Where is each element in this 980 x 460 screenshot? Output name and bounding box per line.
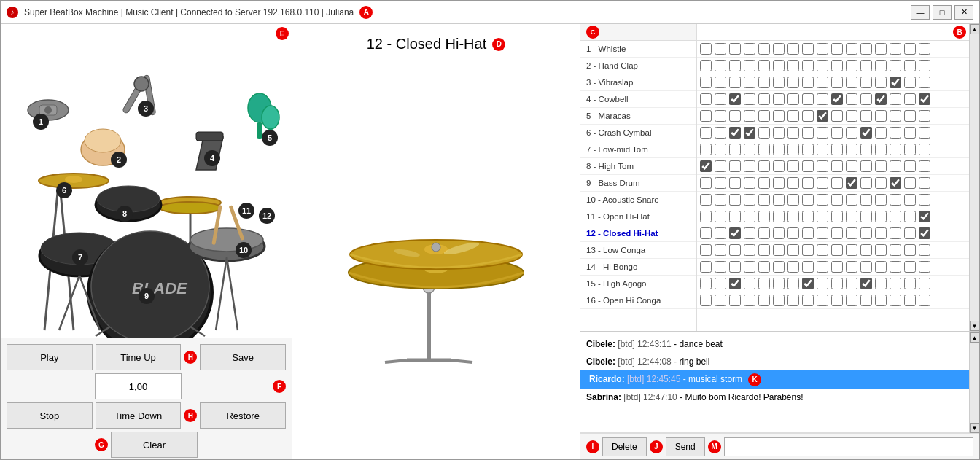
clear-button[interactable]: Clear — [111, 432, 198, 458]
drum-number-5[interactable]: 5 — [262, 130, 278, 146]
beat-check-12-6[interactable] — [773, 227, 785, 239]
stop-button[interactable]: Stop — [7, 402, 93, 429]
beat-check-3-11[interactable] — [846, 77, 858, 88]
beat-check-3-10[interactable] — [831, 77, 843, 88]
beat-check-14-6[interactable] — [773, 261, 785, 273]
beat-check-7-9[interactable] — [817, 144, 828, 155]
beat-check-5-1[interactable] — [700, 110, 712, 122]
beat-check-13-3[interactable] — [729, 244, 741, 256]
beat-check-5-7[interactable] — [788, 110, 799, 122]
beat-check-8-11[interactable] — [846, 160, 858, 172]
beat-check-1-7[interactable] — [788, 43, 799, 55]
drum-number-12[interactable]: 12 — [259, 208, 275, 224]
beat-check-9-6[interactable] — [773, 177, 785, 189]
beat-check-14-2[interactable] — [715, 261, 726, 273]
close-button[interactable]: ✕ — [954, 5, 973, 20]
beat-check-1-5[interactable] — [758, 43, 770, 55]
beat-check-4-1[interactable] — [700, 93, 712, 105]
beat-check-14-5[interactable] — [758, 261, 770, 273]
beat-check-15-8[interactable] — [802, 278, 814, 289]
maximize-button[interactable]: □ — [933, 5, 952, 20]
beat-check-15-11[interactable] — [846, 278, 858, 289]
beat-check-11-6[interactable] — [773, 211, 785, 222]
beat-check-5-15[interactable] — [904, 110, 916, 122]
beat-check-3-12[interactable] — [860, 77, 872, 88]
beat-check-14-15[interactable] — [904, 261, 916, 273]
beat-check-16-6[interactable] — [773, 295, 785, 306]
instrument-item-16[interactable]: 16 - Open Hi Conga — [580, 292, 696, 309]
beat-check-13-11[interactable] — [846, 244, 858, 256]
beat-check-5-2[interactable] — [715, 110, 726, 122]
beat-check-15-4[interactable] — [744, 278, 755, 289]
beat-check-16-14[interactable] — [890, 295, 901, 306]
beat-check-13-5[interactable] — [758, 244, 770, 256]
beat-check-2-6[interactable] — [773, 60, 785, 71]
beat-check-13-10[interactable] — [831, 244, 843, 256]
beat-check-15-2[interactable] — [715, 278, 726, 289]
beat-check-14-13[interactable] — [875, 261, 887, 273]
beat-check-6-10[interactable] — [831, 127, 843, 139]
beat-check-6-8[interactable] — [802, 127, 814, 139]
beat-check-4-11[interactable] — [846, 93, 858, 105]
beat-check-9-14[interactable] — [890, 177, 901, 189]
drum-number-8[interactable]: 8 — [117, 206, 133, 222]
beat-check-4-13[interactable] — [875, 93, 887, 105]
beat-check-14-8[interactable] — [802, 261, 814, 273]
beat-check-9-12[interactable] — [860, 177, 872, 189]
instrument-item-8[interactable]: 8 - High Tom — [580, 158, 696, 175]
beat-check-11-15[interactable] — [904, 211, 916, 222]
beat-check-10-11[interactable] — [846, 194, 858, 206]
beat-check-7-7[interactable] — [788, 144, 799, 155]
beat-check-14-12[interactable] — [860, 261, 872, 273]
beat-check-3-16[interactable] — [919, 77, 930, 88]
beat-check-8-3[interactable] — [729, 160, 741, 172]
beat-check-10-8[interactable] — [802, 194, 814, 206]
beat-check-11-8[interactable] — [802, 211, 814, 222]
beat-check-7-8[interactable] — [802, 144, 814, 155]
beat-check-9-3[interactable] — [729, 177, 741, 189]
beat-check-3-2[interactable] — [715, 77, 726, 88]
beat-check-2-1[interactable] — [700, 60, 712, 71]
beat-check-12-9[interactable] — [817, 227, 828, 239]
beat-check-3-6[interactable] — [773, 77, 785, 88]
beat-check-15-9[interactable] — [817, 278, 828, 289]
beat-check-16-12[interactable] — [860, 295, 872, 306]
beat-check-13-1[interactable] — [700, 244, 712, 256]
beat-check-6-14[interactable] — [890, 127, 901, 139]
beat-check-13-9[interactable] — [817, 244, 828, 256]
instrument-item-5[interactable]: 5 - Maracas — [580, 108, 696, 125]
beat-check-6-2[interactable] — [715, 127, 726, 139]
drum-number-11[interactable]: 11 — [238, 203, 254, 219]
beat-scrollbar[interactable]: ▲ ▼ — [969, 24, 979, 331]
beat-check-8-14[interactable] — [890, 160, 901, 172]
beat-check-2-2[interactable] — [715, 60, 726, 71]
beat-check-6-6[interactable] — [773, 127, 785, 139]
beat-check-16-15[interactable] — [904, 295, 916, 306]
beat-check-9-1[interactable] — [700, 177, 712, 189]
beat-check-6-11[interactable] — [846, 127, 858, 139]
beat-check-15-6[interactable] — [773, 278, 785, 289]
beat-check-6-9[interactable] — [817, 127, 828, 139]
beat-check-12-2[interactable] — [715, 227, 726, 239]
instrument-item-2[interactable]: 2 - Hand Clap — [580, 58, 696, 74]
beat-check-7-6[interactable] — [773, 144, 785, 155]
beat-check-16-16[interactable] — [919, 295, 930, 306]
beat-check-6-7[interactable] — [788, 127, 799, 139]
beat-check-9-7[interactable] — [788, 177, 799, 189]
beat-check-14-7[interactable] — [788, 261, 799, 273]
scroll-down-btn[interactable]: ▼ — [970, 321, 980, 331]
chat-scroll-up[interactable]: ▲ — [970, 332, 980, 343]
beat-check-11-13[interactable] — [875, 211, 887, 222]
chat-input[interactable] — [724, 437, 973, 456]
beat-check-12-4[interactable] — [744, 227, 755, 239]
instrument-item-14[interactable]: 14 - Hi Bongo — [580, 259, 696, 276]
beat-check-11-5[interactable] — [758, 211, 770, 222]
beat-check-7-16[interactable] — [919, 144, 930, 155]
beat-check-11-16[interactable] — [919, 211, 930, 222]
beat-check-4-9[interactable] — [817, 93, 828, 105]
instrument-item-11[interactable]: 11 - Open Hi-Hat — [580, 208, 696, 225]
beat-check-5-11[interactable] — [846, 110, 858, 122]
beat-check-6-3[interactable] — [729, 127, 741, 139]
beat-check-11-12[interactable] — [860, 211, 872, 222]
delete-button[interactable]: Delete — [602, 437, 647, 456]
